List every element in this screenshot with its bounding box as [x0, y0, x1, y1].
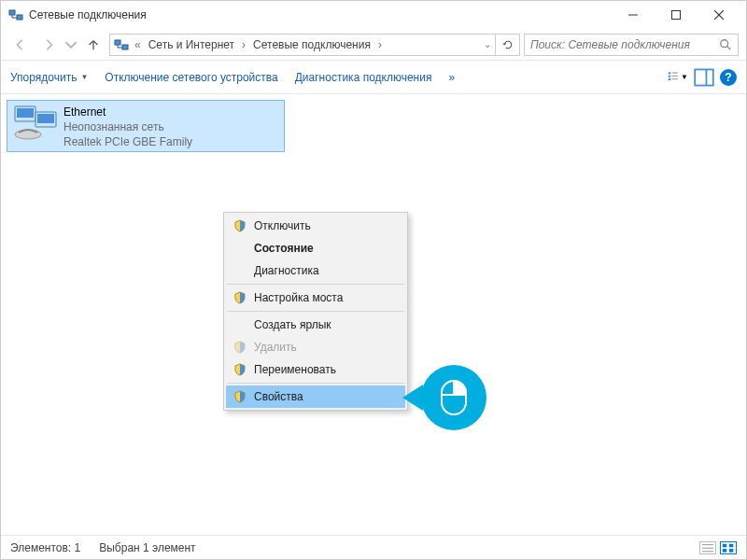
ctx-shortcut[interactable]: Создать ярлык: [226, 314, 405, 336]
mouse-callout: [402, 365, 486, 430]
preview-pane-button[interactable]: [694, 67, 714, 88]
shield-icon: [233, 390, 247, 403]
ctx-diagnostics[interactable]: Диагностика: [226, 259, 405, 282]
ctx-disable[interactable]: Отключить: [226, 215, 405, 237]
chevron-icon[interactable]: ›: [378, 38, 382, 51]
svg-rect-25: [37, 114, 54, 123]
close-button[interactable]: [698, 1, 740, 29]
command-bar: Упорядочить▼ Отключение сетевого устройс…: [1, 61, 746, 94]
shield-icon: [233, 341, 247, 354]
location-icon: [114, 37, 129, 52]
network-adapter-item[interactable]: Ethernet Неопознанная сеть Realtek PCIe …: [7, 100, 285, 152]
adapter-name: Ethernet: [63, 105, 192, 119]
svg-rect-8: [115, 40, 120, 45]
minimize-button[interactable]: [612, 1, 655, 29]
address-bar[interactable]: « Сеть и Интернет › Сетевые подключения …: [109, 34, 496, 56]
svg-rect-15: [669, 76, 671, 77]
organize-menu[interactable]: Упорядочить▼: [10, 71, 88, 84]
ctx-delete[interactable]: Удалить: [226, 336, 405, 358]
item-count: Элементов: 1: [10, 541, 80, 554]
diagnose-button[interactable]: Диагностика подключения: [295, 71, 432, 84]
up-button[interactable]: [81, 33, 106, 57]
large-icons-view-button[interactable]: [720, 541, 737, 554]
svg-rect-9: [122, 45, 128, 49]
mouse-icon: [421, 365, 486, 430]
adapter-status: Неопознанная сеть: [63, 119, 192, 134]
search-icon[interactable]: [719, 38, 732, 51]
svg-rect-14: [669, 73, 671, 75]
details-view-button[interactable]: [699, 541, 716, 554]
ctx-bridge[interactable]: Настройка моста: [226, 287, 405, 309]
address-dropdown-icon[interactable]: ⌄: [484, 39, 491, 49]
breadcrumb-seg-1[interactable]: Сеть и Интернет: [147, 38, 236, 51]
ctx-rename[interactable]: Переименовать: [226, 358, 405, 381]
ctx-state[interactable]: Состояние: [226, 237, 405, 259]
back-button[interactable]: [8, 33, 33, 57]
shield-icon: [233, 219, 247, 232]
svg-rect-0: [9, 10, 15, 15]
separator: [227, 383, 404, 384]
titlebar: Сетевые подключения: [1, 1, 746, 29]
chevron-down-icon: ▼: [681, 73, 688, 81]
history-dropdown[interactable]: [64, 33, 78, 57]
context-menu: Отключить Состояние Диагностика Настройк…: [223, 212, 408, 411]
maximize-button[interactable]: [655, 1, 698, 29]
svg-rect-20: [695, 69, 713, 85]
ctx-properties[interactable]: Свойства: [226, 385, 405, 408]
shield-icon: [233, 291, 247, 304]
svg-rect-33: [723, 543, 726, 547]
svg-rect-5: [672, 11, 681, 20]
separator: [227, 284, 404, 285]
breadcrumb-prefix: «: [134, 38, 141, 51]
svg-rect-23: [17, 108, 34, 118]
window-title: Сетевые подключения: [29, 8, 612, 21]
content-area[interactable]: Ethernet Неопознанная сеть Realtek PCIe …: [1, 94, 746, 535]
callout-arrow-icon: [402, 385, 423, 411]
status-bar: Элементов: 1 Выбран 1 элемент: [1, 535, 746, 559]
disable-device-button[interactable]: Отключение сетевого устройства: [105, 71, 277, 84]
help-button[interactable]: ?: [720, 69, 737, 86]
app-icon: [8, 7, 23, 22]
svg-rect-36: [729, 549, 733, 553]
chevron-down-icon: ▼: [80, 73, 88, 81]
search-box[interactable]: [524, 34, 739, 56]
nav-bar: « Сеть и Интернет › Сетевые подключения …: [1, 29, 746, 61]
forward-button[interactable]: [36, 33, 61, 57]
chevron-icon[interactable]: ›: [242, 38, 246, 51]
svg-rect-16: [669, 79, 671, 81]
separator: [227, 311, 404, 312]
more-commands[interactable]: »: [448, 71, 455, 84]
refresh-button[interactable]: [496, 34, 520, 56]
network-adapter-icon: [13, 105, 58, 142]
shield-icon: [233, 363, 247, 376]
svg-rect-34: [729, 543, 733, 547]
search-input[interactable]: [530, 38, 719, 51]
svg-point-12: [721, 39, 728, 47]
adapter-device: Realtek PCIe GBE Family: [63, 134, 192, 149]
view-options-button[interactable]: ▼: [668, 67, 688, 88]
svg-rect-35: [723, 549, 726, 553]
breadcrumb-seg-2[interactable]: Сетевые подключения: [251, 38, 373, 51]
svg-line-13: [727, 46, 731, 49]
selection-count: Выбран 1 элемент: [99, 541, 195, 554]
explorer-window: Сетевые подключения « Сеть и Интернет › …: [0, 0, 747, 560]
svg-rect-1: [17, 15, 22, 20]
svg-point-26: [15, 130, 41, 139]
